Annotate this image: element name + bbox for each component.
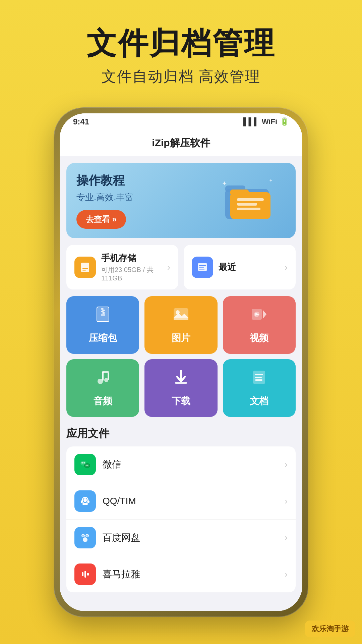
svg-point-47 bbox=[85, 464, 89, 468]
app-list-item-qq[interactable]: QQ/TIM › bbox=[66, 483, 296, 520]
app-list-item-wechat[interactable]: 微信 › bbox=[66, 446, 296, 483]
download-icon bbox=[172, 369, 190, 390]
wechat-chevron: › bbox=[285, 459, 288, 470]
storage-chevron: › bbox=[167, 262, 170, 273]
ximalaya-icon bbox=[74, 564, 96, 585]
storage-card[interactable]: 手机存储 可用23.05GB / 共111GB › bbox=[66, 245, 178, 289]
svg-rect-37 bbox=[175, 382, 187, 384]
svg-rect-64 bbox=[82, 572, 83, 576]
header-area: 文件归档管理 文件自动归档 高效管理 bbox=[0, 0, 362, 100]
category-audio[interactable]: 音频 bbox=[66, 359, 139, 417]
app-list: 微信 › bbox=[66, 446, 296, 592]
svg-rect-35 bbox=[102, 371, 109, 373]
svg-rect-23 bbox=[101, 314, 105, 316]
tutorial-banner[interactable]: 操作教程 专业.高效.丰富 去查看 » ✦ ✦ ✦ bbox=[66, 163, 296, 238]
tutorial-subtitle: 专业.高效.丰富 bbox=[76, 192, 219, 203]
folder-svg-icon: ✦ ✦ ✦ bbox=[219, 175, 279, 222]
recent-icon bbox=[192, 257, 213, 278]
watermark: 欢乐淘手游 bbox=[305, 621, 355, 637]
svg-point-45 bbox=[83, 462, 85, 464]
wechat-icon bbox=[74, 454, 96, 475]
status-icons: ▌▌▌ WiFi 🔋 bbox=[243, 117, 289, 126]
category-download[interactable]: 下载 bbox=[144, 359, 217, 417]
phone-inner: 9:41 ▌▌▌ WiFi 🔋 iZip解压软件 操作教程 专业.高效.丰富 bbox=[60, 113, 302, 611]
audio-icon bbox=[94, 369, 112, 390]
main-title: 文件归档管理 bbox=[0, 27, 362, 60]
svg-point-56 bbox=[87, 500, 89, 503]
storage-name: 手机存储 bbox=[101, 252, 162, 264]
video-icon bbox=[250, 306, 268, 327]
recent-name: 最近 bbox=[219, 261, 279, 273]
video-label: 视频 bbox=[250, 332, 268, 344]
wechat-name: 微信 bbox=[103, 458, 278, 471]
wifi-icon: WiFi bbox=[262, 117, 277, 126]
docs-label: 文档 bbox=[250, 395, 268, 408]
status-bar: 9:41 ▌▌▌ WiFi 🔋 bbox=[60, 113, 302, 130]
svg-point-48 bbox=[86, 465, 87, 466]
tutorial-button[interactable]: 去查看 » bbox=[76, 210, 126, 229]
svg-rect-21 bbox=[101, 311, 104, 312]
svg-point-44 bbox=[81, 462, 83, 464]
svg-rect-11 bbox=[82, 268, 88, 269]
ximalaya-name: 喜马拉雅 bbox=[103, 568, 278, 581]
recent-card[interactable]: 最近 › bbox=[184, 245, 296, 289]
qq-chevron: › bbox=[285, 496, 288, 506]
ximalaya-chevron: › bbox=[285, 569, 288, 580]
svg-point-49 bbox=[87, 465, 88, 466]
audio-label: 音频 bbox=[94, 395, 112, 408]
category-docs[interactable]: 文档 bbox=[223, 359, 296, 417]
svg-rect-9 bbox=[237, 208, 260, 210]
svg-point-60 bbox=[83, 537, 87, 542]
svg-rect-34 bbox=[108, 373, 109, 380]
image-label: 图片 bbox=[172, 332, 190, 344]
storage-detail: 可用23.05GB / 共111GB bbox=[101, 265, 162, 282]
app-content: 操作教程 专业.高效.丰富 去查看 » ✦ ✦ ✦ bbox=[60, 156, 302, 611]
svg-point-61 bbox=[82, 535, 84, 537]
svg-rect-66 bbox=[87, 573, 89, 576]
baidu-chevron: › bbox=[285, 532, 288, 543]
phone-outer: 9:41 ▌▌▌ WiFi 🔋 iZip解压软件 操作教程 专业.高效.丰富 bbox=[54, 107, 308, 617]
tutorial-icon-area: ✦ ✦ ✦ bbox=[219, 175, 286, 226]
svg-rect-6 bbox=[230, 190, 249, 196]
svg-rect-54 bbox=[82, 503, 88, 505]
tutorial-text-area: 操作教程 专业.高效.丰富 去查看 » bbox=[76, 172, 219, 229]
baidu-icon bbox=[74, 527, 96, 548]
app-list-item-baidu[interactable]: 百度网盘 › bbox=[66, 520, 296, 556]
svg-marker-28 bbox=[263, 310, 266, 318]
category-image[interactable]: 图片 bbox=[144, 296, 217, 354]
storage-icon bbox=[74, 257, 96, 278]
svg-point-62 bbox=[86, 535, 88, 537]
svg-rect-16 bbox=[199, 269, 204, 270]
svg-rect-7 bbox=[237, 198, 264, 201]
svg-rect-41 bbox=[255, 379, 262, 381]
zip-label: 压缩包 bbox=[89, 332, 117, 344]
app-files-section-title: 应用文件 bbox=[66, 426, 296, 441]
qq-icon bbox=[74, 490, 96, 512]
download-label: 下载 bbox=[172, 395, 190, 408]
sub-title: 文件自动归档 高效管理 bbox=[0, 67, 362, 87]
svg-rect-39 bbox=[255, 374, 263, 375]
svg-rect-19 bbox=[101, 308, 104, 310]
app-title: iZip解压软件 bbox=[152, 137, 210, 148]
app-list-item-ximalaya[interactable]: 喜马拉雅 › bbox=[66, 556, 296, 592]
svg-text:✦: ✦ bbox=[222, 180, 227, 187]
app-header: iZip解压软件 bbox=[60, 130, 302, 156]
tutorial-title: 操作教程 bbox=[76, 172, 219, 189]
storage-row: 手机存储 可用23.05GB / 共111GB › bbox=[66, 245, 296, 289]
category-video[interactable]: 视频 bbox=[223, 296, 296, 354]
category-zip[interactable]: 压缩包 bbox=[66, 296, 139, 354]
svg-rect-14 bbox=[199, 265, 206, 266]
svg-text:✦: ✦ bbox=[269, 178, 273, 183]
recent-chevron: › bbox=[285, 262, 288, 273]
signal-icon: ▌▌▌ bbox=[243, 117, 259, 126]
svg-rect-20 bbox=[102, 310, 105, 311]
svg-rect-12 bbox=[82, 270, 86, 271]
svg-point-53 bbox=[83, 498, 87, 502]
svg-rect-8 bbox=[237, 203, 257, 206]
phone-mockup: 9:41 ▌▌▌ WiFi 🔋 iZip解压软件 操作教程 专业.高效.丰富 bbox=[54, 107, 308, 617]
category-grid: 压缩包 图片 bbox=[66, 296, 296, 417]
storage-info: 手机存储 可用23.05GB / 共111GB bbox=[101, 252, 162, 282]
svg-rect-22 bbox=[102, 312, 105, 314]
baidu-name: 百度网盘 bbox=[103, 531, 278, 544]
svg-rect-40 bbox=[255, 377, 262, 378]
